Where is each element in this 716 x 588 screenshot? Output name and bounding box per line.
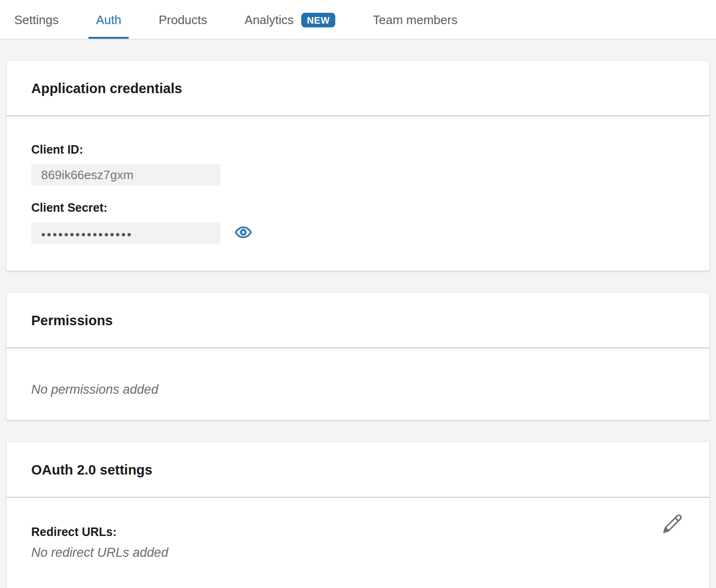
permissions-title: Permissions — [31, 313, 685, 329]
eye-icon — [235, 224, 252, 242]
reveal-secret-button[interactable] — [234, 224, 253, 242]
application-credentials-title: Application credentials — [31, 81, 685, 96]
tab-settings-label: Settings — [14, 13, 59, 27]
oauth-settings-header: OAuth 2.0 settings — [7, 442, 709, 498]
no-permissions-text: No permissions added — [31, 382, 685, 397]
client-secret-label: Client Secret: — [31, 201, 685, 215]
oauth-settings-title: OAuth 2.0 settings — [31, 462, 685, 478]
new-badge: NEW — [301, 13, 335, 27]
edit-redirect-urls-button[interactable] — [661, 513, 684, 536]
client-id-field[interactable]: 869ik66esz7gxm — [31, 164, 220, 186]
tab-analytics[interactable]: Analytics NEW — [237, 0, 343, 39]
client-secret-masked-value: •••••••••••••••• — [41, 225, 133, 241]
application-credentials-body: Client ID: 869ik66esz7gxm Client Secret:… — [7, 116, 709, 270]
oauth-settings-body: Redirect URLs: No redirect URLs added — [7, 498, 709, 588]
no-redirect-urls-text: No redirect URLs added — [31, 545, 685, 560]
oauth-settings-card: OAuth 2.0 settings Redirect URLs: No red… — [6, 442, 710, 588]
redirect-urls-label: Redirect URLs: — [31, 525, 685, 539]
tab-analytics-label: Analytics — [244, 13, 294, 27]
client-id-value: 869ik66esz7gxm — [41, 168, 133, 182]
tab-products[interactable]: Products — [151, 0, 215, 39]
application-credentials-card: Application credentials Client ID: 869ik… — [6, 61, 710, 271]
auth-tab-content: Application credentials Client ID: 869ik… — [0, 40, 716, 588]
app-tab-bar: Settings Auth Products Analytics NEW Tea… — [0, 0, 716, 40]
tab-settings[interactable]: Settings — [7, 0, 66, 39]
application-credentials-header: Application credentials — [7, 61, 709, 116]
pencil-icon — [662, 529, 683, 536]
tab-auth[interactable]: Auth — [88, 0, 129, 39]
permissions-header: Permissions — [7, 293, 709, 348]
permissions-card: Permissions No permissions added — [6, 293, 710, 420]
tab-team-members-label: Team members — [373, 13, 457, 27]
tab-team-members[interactable]: Team members — [365, 0, 465, 39]
permissions-body: No permissions added — [7, 348, 709, 420]
client-secret-field[interactable]: •••••••••••••••• — [31, 222, 220, 244]
client-id-label: Client ID: — [31, 143, 685, 156]
tab-products-label: Products — [158, 13, 207, 27]
client-secret-row: •••••••••••••••• — [31, 222, 685, 244]
tab-auth-label: Auth — [96, 13, 122, 27]
